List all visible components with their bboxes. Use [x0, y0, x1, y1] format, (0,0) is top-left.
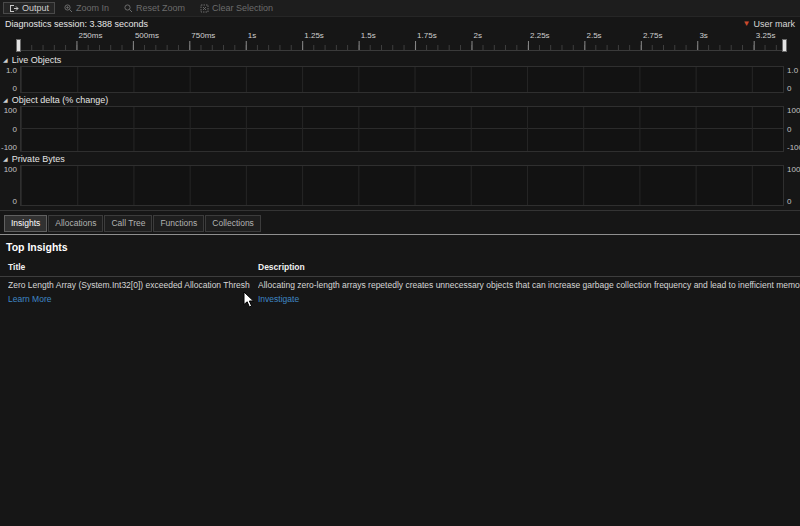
session-row: Diagnostics session: 3.388 seconds ▼ Use…: [0, 17, 800, 30]
y-axis-label: 0: [13, 197, 17, 206]
chart-live-objects-header[interactable]: ◢ Live Objects: [0, 53, 800, 66]
collapse-icon: ◢: [3, 156, 8, 162]
investigate-link[interactable]: Investigate: [258, 294, 299, 304]
session-label: Diagnostics session: 3.388 seconds: [5, 19, 148, 29]
view-tabs: Insights Allocations Call Tree Functions…: [0, 211, 800, 234]
timeline-tick-label: 2.5s: [586, 31, 601, 40]
table-row[interactable]: Zero Length Array (System.Int32[0]) exce…: [0, 277, 800, 304]
tab-call-tree[interactable]: Call Tree: [104, 215, 152, 232]
y-axis-label: 0: [13, 84, 17, 93]
chart-object-delta-header[interactable]: ◢ Object delta (% change): [0, 93, 800, 106]
learn-more-link[interactable]: Learn More: [8, 294, 51, 304]
collapse-icon: ◢: [3, 57, 8, 63]
tab-collections[interactable]: Collections: [205, 215, 261, 232]
toolbar: Output Zoom In Reset Zoom Clear Selectio…: [0, 0, 800, 17]
column-header-title: Title: [0, 262, 250, 272]
table-header: Title Description: [0, 260, 800, 277]
chart-title: Object delta (% change): [12, 95, 109, 105]
insight-description: Allocating zero-length arrays repetedly …: [258, 280, 800, 290]
chart-private-bytes: ◢ Private Bytes 100 0 100 0: [0, 152, 800, 206]
y-axis-label: -100: [1, 143, 17, 152]
y-axis-right: 100 0: [784, 165, 800, 206]
tab-insights[interactable]: Insights: [4, 215, 47, 232]
timeline-tick-label: 2.75s: [643, 31, 663, 40]
insights-table: Title Description Zero Length Array (Sys…: [0, 260, 800, 304]
reset-zoom-icon: [124, 4, 133, 13]
timeline-tick-label: 1.5s: [361, 31, 376, 40]
timeline-ruler[interactable]: 250ms 500ms 750ms 1s 1.25s 1.5s 1.75s 2s…: [20, 30, 785, 52]
y-axis-label: 1.0: [6, 66, 17, 75]
timeline-tick-label: 2.25s: [530, 31, 550, 40]
y-axis-left: 100 0: [0, 165, 20, 206]
zoom-in-button-label: Zoom In: [76, 3, 109, 13]
insight-title: Zero Length Array (System.Int32[0]) exce…: [8, 280, 250, 290]
timeline-tick-label: 1.25s: [304, 31, 324, 40]
output-button-label: Output: [22, 3, 49, 13]
y-axis-label: 100: [4, 165, 17, 174]
output-icon: [9, 4, 19, 13]
timeline-tick-label: 3s: [699, 31, 707, 40]
timeline-tick-label: 3.25s: [756, 31, 776, 40]
user-mark-label: User mark: [753, 19, 795, 29]
insights-panel: Top Insights Title Description Zero Leng…: [0, 235, 800, 304]
y-axis-right: 1.0 0: [784, 66, 800, 93]
timeline-tick-label: 2s: [474, 31, 482, 40]
timeline-handle-right[interactable]: [782, 39, 787, 52]
output-button[interactable]: Output: [3, 2, 55, 14]
timeline-handle-left[interactable]: [16, 39, 21, 52]
collapse-icon: ◢: [3, 97, 8, 103]
chart-live-objects: ◢ Live Objects 1.0 0 1.0 0: [0, 53, 800, 93]
y-axis-label: 0: [13, 125, 17, 134]
timeline-tick-label: 1s: [248, 31, 256, 40]
diagnostics-window: Output Zoom In Reset Zoom Clear Selectio…: [0, 0, 800, 526]
y-axis-label: 100: [4, 106, 17, 115]
timeline-labels: 250ms 500ms 750ms 1s 1.25s 1.5s 1.75s 2s…: [20, 30, 785, 41]
panel-title: Top Insights: [0, 235, 800, 260]
chart-title: Live Objects: [12, 55, 62, 65]
column-header-description: Description: [250, 262, 800, 272]
timeline-tick-label: 1.75s: [417, 31, 437, 40]
y-axis-left: 1.0 0: [0, 66, 20, 93]
y-axis-label: 100: [787, 165, 800, 174]
clear-selection-icon: [200, 4, 209, 13]
y-axis-label: 0: [787, 84, 791, 93]
zoom-in-icon: [64, 4, 73, 13]
user-mark-icon: ▼: [743, 20, 751, 28]
y-axis-label: 100: [787, 106, 800, 115]
y-axis-left: 100 0 -100: [0, 106, 20, 152]
tab-functions[interactable]: Functions: [153, 215, 204, 232]
reset-zoom-button[interactable]: Reset Zoom: [118, 2, 191, 14]
y-axis-label: 0: [787, 125, 791, 134]
clear-selection-button-label: Clear Selection: [212, 3, 273, 13]
y-axis-label: -100: [787, 143, 800, 152]
live-objects-plot[interactable]: [20, 66, 784, 93]
reset-zoom-button-label: Reset Zoom: [136, 3, 185, 13]
zoom-in-button[interactable]: Zoom In: [58, 2, 115, 14]
user-mark-legend: ▼ User mark: [743, 19, 795, 29]
chart-object-delta: ◢ Object delta (% change) 100 0 -100 100…: [0, 93, 800, 152]
y-axis-label: 1.0: [787, 66, 798, 75]
chart-private-bytes-header[interactable]: ◢ Private Bytes: [0, 152, 800, 165]
timeline-tick-label: 250ms: [78, 31, 102, 40]
object-delta-plot[interactable]: [20, 106, 784, 152]
chart-title: Private Bytes: [12, 154, 65, 164]
timeline-tick-label: 500ms: [135, 31, 159, 40]
y-axis-right: 100 0 -100: [784, 106, 800, 152]
y-axis-label: 0: [787, 197, 791, 206]
tab-allocations[interactable]: Allocations: [48, 215, 103, 232]
clear-selection-button[interactable]: Clear Selection: [194, 2, 279, 14]
timeline-tick-band[interactable]: [20, 41, 785, 51]
timeline-tick-label: 750ms: [191, 31, 215, 40]
private-bytes-plot[interactable]: [20, 165, 784, 206]
